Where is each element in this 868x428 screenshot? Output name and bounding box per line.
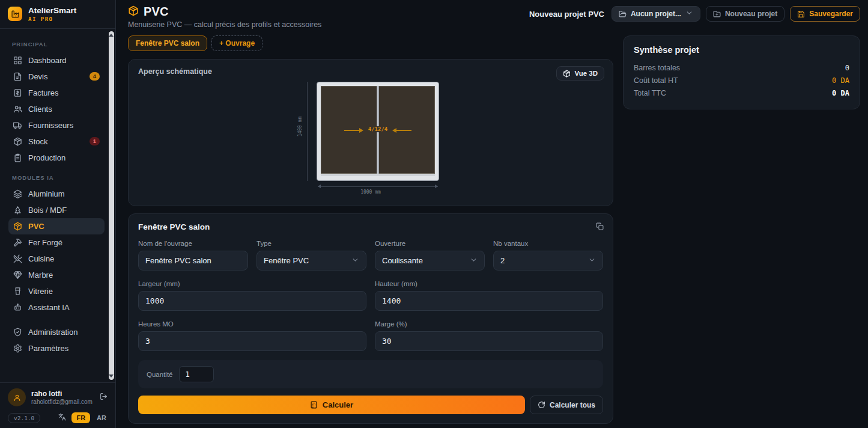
brand-header: AtelierSmart AI PRO: [0, 0, 115, 29]
pvc-package-icon: [128, 5, 139, 19]
sidebar-item-marbre[interactable]: Marbre: [8, 267, 105, 283]
quantity-input[interactable]: [179, 366, 214, 382]
opening-select[interactable]: Coulissante: [375, 251, 485, 271]
cube-3d-icon: [563, 70, 571, 78]
type-select[interactable]: Fenêtre PVC: [256, 251, 366, 271]
user-name: raho lotfi: [31, 390, 94, 398]
page-title: PVC: [144, 5, 169, 19]
sidebar-item-parametres[interactable]: Paramètres: [8, 340, 105, 356]
gem-icon: [13, 271, 22, 280]
language-button-ar[interactable]: AR: [96, 412, 108, 423]
chevron-down-icon: [351, 256, 359, 266]
nav-section-modules-ia: MODULES IA: [12, 174, 105, 181]
invoice-icon: [13, 88, 22, 97]
logout-button[interactable]: [100, 392, 108, 403]
window-frame: 4/12/4: [317, 82, 439, 181]
sidebar-item-production[interactable]: Production: [8, 150, 105, 166]
sidebar-item-bois-mdf[interactable]: Bois / MDF: [8, 202, 105, 218]
hours-field-label: Heures MO: [138, 320, 366, 328]
page-subtitle: Menuiserie PVC — calcul précis des profi…: [128, 20, 321, 29]
folder-open-icon: [619, 10, 627, 18]
app-name: AtelierSmart: [28, 6, 76, 16]
project-summary-card: Synthèse projet Barres totales 0 Coût to…: [623, 35, 860, 109]
sidebar-item-dashboard[interactable]: Dashboard: [8, 52, 105, 69]
sidebar-item-pvc[interactable]: PVC: [8, 218, 105, 234]
header-actions: Nouveau projet PVC Aucun projet... Nouve…: [529, 5, 860, 22]
sidebar-item-factures[interactable]: Factures: [8, 85, 105, 101]
new-project-button[interactable]: Nouveau projet: [706, 6, 785, 22]
margin-input[interactable]: [375, 331, 603, 351]
quantity-label: Quantité: [147, 371, 172, 378]
app-plan-badge: AI PRO: [28, 16, 76, 22]
height-dimension-line: [307, 82, 308, 181]
page-header: PVC Menuiserie PVC — calcul précis des p…: [128, 5, 860, 29]
labor-hours-input[interactable]: [138, 331, 366, 351]
width-field-label: Largeur (mm): [138, 280, 366, 287]
main-content: PVC Menuiserie PVC — calcul précis des p…: [116, 0, 868, 428]
ouvrage-form-card: Fenêtre PVC salon Nom de l'ouvrage Type …: [128, 213, 613, 424]
tree-icon: [13, 206, 22, 215]
slide-arrow-right-icon: [344, 130, 360, 131]
window-schematic: 1400 mm 4/12/4 1000 mm: [299, 81, 443, 196]
ouvrage-tabs: Fenêtre PVC salon + Ouvrage: [128, 35, 613, 51]
factory-icon: [11, 10, 19, 18]
scrollbar-down-arrow-icon[interactable]: [109, 374, 114, 378]
logout-icon: [100, 393, 108, 400]
hammer-icon: [13, 238, 22, 247]
scrollbar-up-arrow-icon[interactable]: [109, 34, 114, 37]
sidebar-item-clients[interactable]: Clients: [8, 101, 105, 117]
chevron-down-icon: [470, 256, 478, 266]
sidebar-item-fournisseurs[interactable]: Fournisseurs: [8, 117, 105, 133]
margin-field-label: Marge (%): [375, 320, 603, 328]
duplicate-ouvrage-button[interactable]: [596, 222, 604, 233]
name-field-label: Nom de l'ouvrage: [138, 240, 248, 247]
tab-add-ouvrage[interactable]: + Ouvrage: [211, 35, 263, 51]
save-icon: [797, 10, 805, 18]
width-input[interactable]: [138, 291, 366, 311]
calculate-all-button[interactable]: Calculer tous: [530, 396, 603, 414]
summary-title: Synthèse projet: [634, 45, 849, 55]
height-input[interactable]: [375, 291, 603, 311]
package-icon: [13, 222, 22, 231]
version-badge: v2.1.0: [8, 413, 40, 423]
languages-icon: [58, 412, 66, 423]
user-profile[interactable]: raho lotfi raholotfidz@gmail.com: [8, 388, 108, 406]
chevron-down-icon: [685, 9, 693, 19]
document-icon: [13, 72, 22, 81]
bot-icon: [13, 303, 22, 312]
total-ht-value: 0 DA: [832, 76, 849, 85]
sashes-select[interactable]: 2: [493, 251, 603, 271]
save-button[interactable]: Sauvegarder: [790, 6, 860, 22]
ouvrage-name-input[interactable]: [138, 251, 248, 271]
sidebar-item-aluminium[interactable]: Aluminium: [8, 186, 105, 202]
sidebar-item-assistant-ia[interactable]: Assistant IA: [8, 299, 105, 316]
sidebar-item-devis[interactable]: Devis 4: [8, 69, 105, 85]
utensils-crossed-icon: [13, 254, 22, 263]
quantity-panel: Quantité: [138, 360, 603, 388]
tab-fenetre-pvc-salon[interactable]: Fenêtre PVC salon: [128, 35, 207, 51]
sidebar-item-cuisine[interactable]: Cuisine: [8, 251, 105, 267]
project-select[interactable]: Aucun projet...: [612, 6, 700, 22]
window-sill-track: [321, 174, 435, 176]
layers-icon: [13, 189, 22, 198]
sidebar-item-administration[interactable]: Administration: [8, 324, 105, 340]
sidebar-item-stock[interactable]: Stock 1: [8, 133, 105, 150]
preview-title: Aperçu schématique: [138, 67, 603, 76]
app-logo: [8, 7, 22, 21]
glazing-label: 4/12/4: [366, 126, 390, 132]
app-window: AtelierSmart AI PRO PRINCIPAL Dashboard …: [0, 0, 868, 428]
copy-icon: [596, 222, 604, 230]
height-dimension-label: 1400 mm: [297, 112, 303, 142]
sidebar-item-fer-forge[interactable]: Fer Forgé: [8, 234, 105, 251]
chevron-down-icon: [588, 256, 596, 266]
refresh-icon: [538, 401, 545, 409]
sidebar-nav: PRINCIPAL Dashboard Devis 4 Factures Cli…: [0, 29, 115, 382]
type-field-label: Type: [256, 240, 366, 247]
truck-icon: [13, 121, 22, 130]
language-button-fr[interactable]: FR: [71, 412, 90, 423]
sidebar-item-vitrerie[interactable]: Vitrerie: [8, 283, 105, 299]
calculate-button[interactable]: Calculer: [138, 396, 525, 414]
form-title: Fenêtre PVC salon: [138, 222, 603, 231]
view-3d-button[interactable]: Vue 3D: [556, 66, 604, 81]
sidebar-scrollbar[interactable]: [109, 31, 114, 380]
